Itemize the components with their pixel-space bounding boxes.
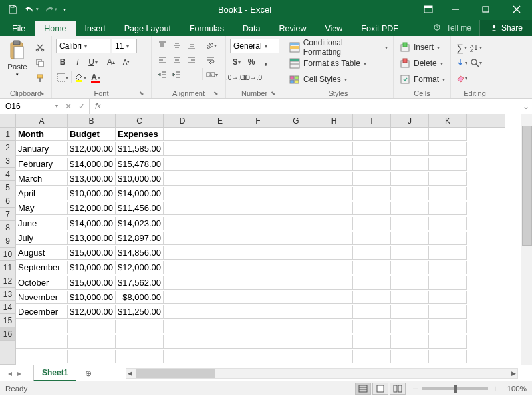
cell-H7[interactable] [315,217,353,230]
cell-B11[interactable]: $15,000.00 [68,276,116,290]
align-middle-icon[interactable] [170,39,184,52]
cut-icon[interactable] [33,41,47,54]
cell-J3[interactable] [391,158,429,171]
cell-A9[interactable]: August [16,246,68,260]
cell-A10[interactable]: September [16,261,68,274]
cell-J16[interactable] [391,350,429,363]
cell-H6[interactable] [315,202,353,215]
cell-G7[interactable] [277,217,315,230]
cell-J13[interactable] [391,305,429,319]
zoom-level[interactable]: 100% [507,385,527,393]
cell-A8[interactable]: July [16,232,68,245]
cell-F12[interactable] [239,291,277,304]
cell-F11[interactable] [239,276,277,290]
cell-D9[interactable] [164,246,201,260]
cell-A15[interactable] [16,335,68,349]
cell-B14[interactable] [68,320,116,333]
cell-C4[interactable]: $10,000.00 [116,172,164,186]
cell-K4[interactable] [429,172,467,186]
cell-B3[interactable]: $14,000.00 [68,158,116,171]
cell-G4[interactable] [277,172,315,186]
cell-C14[interactable] [116,320,164,333]
cell-I7[interactable] [353,217,391,230]
cell-K7[interactable] [429,217,467,230]
cell-F6[interactable] [239,202,277,215]
cell-G14[interactable] [277,320,315,333]
formula-input[interactable] [106,99,519,114]
cell-B9[interactable]: $15,000.00 [68,246,116,260]
column-header-G[interactable]: G [277,114,315,128]
sheet-nav-next-icon[interactable]: ▸ [15,367,24,379]
alignment-launcher[interactable]: ⬊ [212,89,220,97]
column-header-D[interactable]: D [164,114,201,128]
cell-G9[interactable] [277,246,315,260]
cell-K2[interactable] [429,142,467,156]
enter-formula-icon[interactable]: ✓ [78,102,85,111]
cell-E14[interactable] [201,320,239,333]
cell-A2[interactable]: January [16,142,68,156]
cell-H2[interactable] [315,142,353,156]
cell-C13[interactable]: $11,250.00 [116,305,164,319]
cell-J6[interactable] [391,202,429,215]
cell-I8[interactable] [353,232,391,245]
cell-J8[interactable] [391,232,429,245]
format-cells-button[interactable]: Format▾ [398,72,446,87]
cell-I4[interactable] [353,172,391,186]
save-icon[interactable] [4,1,21,17]
column-headers[interactable]: ABCDEFGHIJK [16,114,505,128]
cell-K6[interactable] [429,202,467,215]
row-header-12[interactable]: 12 [0,274,16,288]
cell-E12[interactable] [201,291,239,304]
decrease-indent-icon[interactable] [156,68,169,81]
increase-indent-icon[interactable] [170,68,184,81]
tab-home[interactable]: Home [35,21,75,36]
cell-D2[interactable] [164,142,201,156]
cell-I1[interactable] [353,128,391,141]
redo-icon[interactable]: ▾ [41,1,59,17]
cell-K1[interactable] [429,128,467,141]
column-header-F[interactable]: F [239,114,277,128]
cell-J14[interactable] [391,320,429,333]
cell-C8[interactable]: $12,897.00 [116,232,164,245]
find-select-icon[interactable]: ▾ [469,56,483,69]
cell-K9[interactable] [429,246,467,260]
cell-F2[interactable] [239,142,277,156]
paste-button[interactable]: Paste ▾ [4,39,31,77]
cell-G6[interactable] [277,202,315,215]
insert-cells-button[interactable]: Insert▾ [398,40,446,55]
cell-E13[interactable] [201,305,239,319]
cell-J9[interactable] [391,246,429,260]
cell-G13[interactable] [277,305,315,319]
cell-D7[interactable] [164,217,201,230]
cell-E2[interactable] [201,142,239,156]
cell-B4[interactable]: $13,000.00 [68,172,116,186]
vertical-scrollbar[interactable] [521,114,532,365]
view-page-break-icon[interactable] [390,383,406,395]
cell-B1[interactable]: Budget [68,128,116,141]
cell-K15[interactable] [429,335,467,349]
zoom-out-button[interactable]: − [412,383,418,394]
zoom-in-button[interactable]: + [492,383,497,394]
cell-A14[interactable] [16,320,68,333]
cell-D1[interactable] [164,128,201,141]
cell-B8[interactable]: $13,000.00 [68,232,116,245]
cell-G1[interactable] [277,128,315,141]
cell-J1[interactable] [391,128,429,141]
fill-icon[interactable]: ▾ [455,56,468,69]
clipboard-launcher[interactable]: ⬊ [38,89,46,97]
cell-G15[interactable] [277,335,315,349]
cell-G3[interactable] [277,158,315,171]
cell-A1[interactable]: Month [16,128,68,141]
name-box[interactable]: O16▾ [0,99,61,114]
cell-D10[interactable] [164,261,201,274]
cell-E16[interactable] [201,350,239,363]
cell-E8[interactable] [201,232,239,245]
cell-D11[interactable] [164,276,201,290]
cell-K10[interactable] [429,261,467,274]
cell-K5[interactable] [429,187,467,200]
font-name-combo[interactable]: Calibri▾ [56,39,110,53]
cell-D14[interactable] [164,320,201,333]
new-sheet-icon[interactable]: ⊕ [80,369,96,378]
cell-H16[interactable] [315,350,353,363]
cell-J12[interactable] [391,291,429,304]
